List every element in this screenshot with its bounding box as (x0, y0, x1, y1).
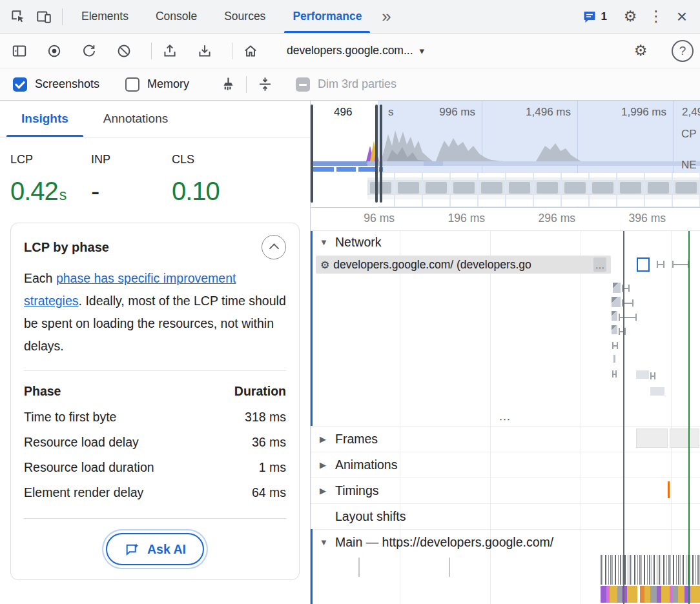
track-network[interactable]: ▼ Network (311, 231, 700, 253)
phase-name: Resource load delay (24, 435, 139, 450)
network-request-bar[interactable] (619, 328, 626, 335)
network-request-bar[interactable] (612, 297, 621, 307)
selection-right-handle[interactable] (375, 105, 378, 203)
phase-name: Element render delay (24, 485, 143, 500)
filmstrip-thumb[interactable] (423, 173, 449, 206)
collapse-tracks-icon[interactable] (252, 72, 278, 97)
triangle-down-icon: ▼ (320, 538, 329, 547)
memory-checkbox[interactable] (125, 77, 139, 92)
phase-row: Resource load delay36 ms (24, 430, 286, 455)
filmstrip-thumb[interactable] (395, 173, 422, 206)
more-tabs-icon[interactable]: » (375, 4, 397, 30)
filmstrip-thumb[interactable] (562, 173, 588, 206)
network-request-bar[interactable] (612, 342, 618, 349)
record-reload-icon[interactable] (76, 38, 102, 64)
network-request-bar[interactable] (612, 311, 617, 321)
filmstrip-thumb[interactable] (479, 173, 505, 206)
selected-request-bar[interactable] (637, 257, 650, 272)
divider (24, 518, 286, 519)
timing-marker[interactable] (668, 481, 670, 498)
track-animations[interactable]: ▶Animations (311, 452, 700, 478)
flame-segment (678, 586, 685, 603)
network-request-bar[interactable] (650, 387, 664, 396)
network-canvas (311, 276, 700, 413)
selection-left-handle[interactable] (311, 105, 313, 203)
tab-console[interactable]: Console (142, 0, 211, 33)
ask-ai-button[interactable]: Ask AI (106, 533, 204, 565)
dim-third-parties-checkbox[interactable] (296, 77, 310, 92)
capture-settings-gear-icon[interactable]: ⚙ (628, 38, 654, 64)
close-icon[interactable]: × (669, 4, 695, 30)
divider (62, 8, 63, 25)
clear-icon[interactable] (111, 38, 137, 64)
home-icon[interactable] (238, 38, 263, 64)
device-toolbar-icon[interactable] (31, 4, 57, 30)
download-profile-icon[interactable] (192, 38, 218, 64)
filmstrip-thumb[interactable] (617, 173, 644, 206)
track-resize-handle[interactable]: ⋯ (311, 413, 700, 426)
devtools-tabbar: ElementsConsoleSourcesPerformance » 1 ⚙ … (0, 0, 700, 34)
main-activity-barcode[interactable] (601, 555, 700, 585)
network-request-bar[interactable] (613, 283, 621, 293)
track-timings[interactable]: ▶Timings (311, 478, 700, 503)
network-request-bar[interactable] (650, 372, 655, 379)
help-icon[interactable]: ? (672, 40, 694, 62)
flame-segment (617, 586, 622, 603)
network-request-bar[interactable] (672, 261, 689, 268)
toggle-sidebar-icon[interactable] (6, 38, 32, 64)
track-layout[interactable]: Layout shifts (311, 503, 700, 529)
selection-right-handle[interactable] (380, 105, 382, 203)
flame-segment (673, 586, 678, 603)
network-request-bar[interactable] (619, 314, 637, 321)
metrics-row: LCP0.42sINP-CLS0.10 (0, 137, 310, 220)
phase-table-header: Phase Duration (24, 378, 286, 405)
network-request-bar[interactable] (636, 370, 649, 379)
screenshots-checkbox[interactable] (13, 77, 27, 92)
filmstrip-thumb[interactable] (340, 173, 366, 206)
upload-profile-icon[interactable] (157, 38, 183, 64)
kebab-menu-icon[interactable]: ⋮ (643, 4, 669, 30)
frame-thumbnail[interactable] (636, 428, 668, 448)
settings-gear-icon[interactable]: ⚙ (617, 4, 643, 30)
frame-thumbnail[interactable] (670, 428, 699, 448)
timeline-overview[interactable]: 496 s CP NE 996 ms1,496 ms1,996 ms2,49 (311, 101, 700, 208)
phase-name: Time to first byte (24, 410, 116, 425)
collapse-card-button[interactable] (262, 235, 286, 259)
ellipsis-chip: … (593, 257, 606, 272)
collect-garbage-icon[interactable] (215, 72, 241, 97)
duration-column-header: Duration (234, 384, 286, 399)
filmstrip-thumb[interactable] (312, 173, 338, 206)
track-main[interactable]: ▼Main — https://developers.google.com/ (311, 529, 700, 555)
filmstrip-thumb[interactable] (451, 173, 477, 206)
flame-color-strip[interactable] (601, 586, 700, 603)
network-request-bar[interactable] (612, 370, 617, 378)
phase-name: Resource load duration (24, 460, 154, 475)
tab-elements[interactable]: Elements (68, 0, 142, 33)
tab-performance[interactable]: Performance (279, 0, 375, 33)
track-label: Frames (335, 432, 378, 447)
network-request-bar[interactable] (613, 355, 615, 363)
network-request[interactable]: ⚙ developers.google.com/ (developers.go … (316, 256, 611, 274)
filmstrip-thumb[interactable] (590, 173, 616, 206)
filmstrip-thumb[interactable] (506, 173, 533, 206)
record-button[interactable] (41, 38, 67, 64)
tab-sources[interactable]: Sources (211, 0, 279, 33)
sidebar-tab-annotations[interactable]: Annotations (86, 101, 185, 137)
card-title: LCP by phase (24, 240, 109, 255)
filmstrip-thumb[interactable] (534, 173, 561, 206)
page-select-dropdown[interactable]: developers.google.com... ▾ (287, 44, 424, 57)
sidebar-tab-insights[interactable]: Insights (4, 101, 86, 137)
flame-segment (661, 586, 670, 603)
network-request-bar[interactable] (612, 325, 617, 334)
lcp-by-phase-card: LCP by phase Each phase has specific imp… (10, 223, 300, 580)
flame-segment (657, 586, 661, 603)
phase-row: Resource load duration1 ms (24, 455, 286, 480)
network-request-bar[interactable] (657, 261, 664, 268)
filmstrip-thumb[interactable] (645, 173, 672, 206)
filmstrip-thumb[interactable] (673, 173, 699, 206)
time-ruler: 96 ms196 ms296 ms396 ms (311, 208, 700, 231)
triangle-right-icon: ▶ (320, 434, 329, 444)
console-messages-button[interactable]: 1 (582, 9, 607, 25)
track-label: Timings (335, 483, 379, 498)
inspect-element-icon[interactable] (5, 4, 31, 30)
